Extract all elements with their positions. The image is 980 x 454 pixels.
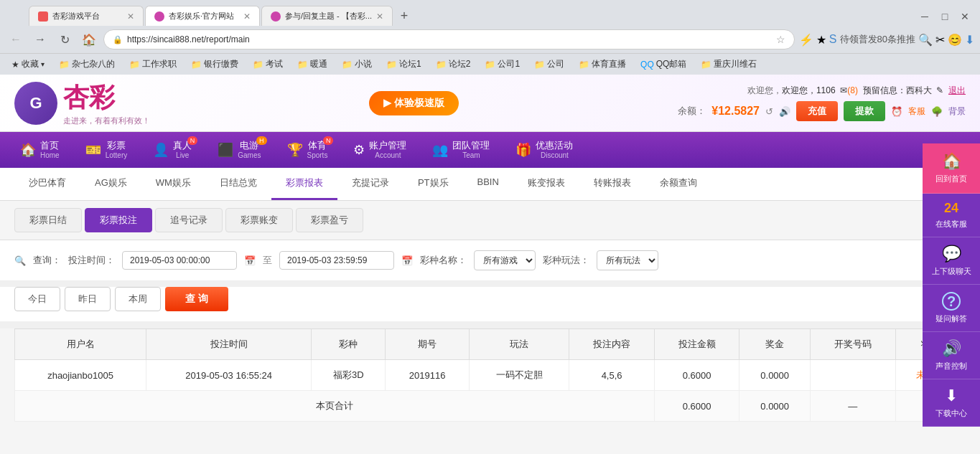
bookmark-hvac[interactable]: 📁 暖通	[291, 57, 333, 72]
sidebar-chat[interactable]: 💬 上下级聊天	[923, 237, 980, 285]
balance-row: 余额： ¥12.5827 ↺ 🔊 充值 提款 ⏰ 客服 🌳 背景	[678, 101, 966, 121]
nav-home[interactable]: 🏠 首页 Home	[7, 132, 73, 168]
subnav-transfer[interactable]: 转账报表	[579, 168, 645, 200]
end-date-input[interactable]	[279, 251, 394, 270]
tab-close-3[interactable]: ✕	[376, 11, 383, 22]
nav-discount[interactable]: 🎁 优惠活动 Discount	[503, 132, 586, 168]
nav-lottery-en: Lottery	[106, 151, 128, 160]
mail-icon[interactable]: ✉	[840, 85, 847, 95]
subnav-deposit[interactable]: 充提记录	[337, 168, 403, 200]
subnav-ag[interactable]: AG娱乐	[80, 168, 141, 200]
sound-toggle-icon[interactable]: 🔊	[779, 106, 790, 117]
browser-tab-1[interactable]: 杏彩游戏平台 ✕	[29, 6, 144, 26]
bookmark-exam[interactable]: 📁 考试	[247, 57, 289, 72]
folder-icon-9: 📁	[485, 60, 495, 70]
tab-close-2[interactable]: ✕	[243, 11, 251, 22]
cell-username: zhaojianbo1005	[15, 360, 146, 391]
nav-sports[interactable]: 🏆 体育 Sports N	[274, 132, 341, 168]
bookmark-misc[interactable]: 📁 杂七杂八的	[53, 57, 121, 72]
back-button[interactable]: ←	[6, 29, 26, 49]
search-icon[interactable]: 🔍	[918, 33, 933, 47]
tab-close-1[interactable]: ✕	[127, 11, 134, 22]
subnav-pt[interactable]: PT娱乐	[403, 168, 463, 200]
bookmark-novel[interactable]: 📁 小说	[336, 57, 378, 72]
maximize-button[interactable]: □	[935, 7, 954, 26]
bookmark-company2[interactable]: 📁 公司	[528, 57, 570, 72]
bookmark-chuanwei[interactable]: 📁 重庆川维石	[695, 57, 762, 72]
tab-bet[interactable]: 彩票投注	[85, 208, 152, 232]
tab-acct-change[interactable]: 彩票账变	[225, 208, 293, 232]
bookmark-qq[interactable]: QQ QQ邮箱	[635, 57, 692, 72]
lottery-label: 彩种名称：	[420, 254, 467, 267]
bookmark-jobs[interactable]: 📁 工作求职	[123, 57, 182, 72]
ext-icon-1[interactable]: ⚡	[799, 33, 813, 47]
nav-lottery[interactable]: 🎫 彩票 Lottery	[73, 132, 141, 168]
bookmark-sports[interactable]: 📁 体育直播	[573, 57, 632, 72]
cell-bet-time: 2019-05-03 16:55:24	[146, 360, 312, 391]
browser-tab-3[interactable]: 参与/回复主题 - 【杏彩... ✕	[261, 6, 393, 26]
refresh-balance-icon[interactable]: ↺	[765, 106, 773, 117]
tools-icon[interactable]: ✂	[935, 33, 945, 47]
bookmark-company1[interactable]: 📁 公司1	[479, 57, 526, 72]
background-button[interactable]: 背景	[948, 105, 966, 118]
ext-icon-2[interactable]: ★	[816, 33, 826, 47]
tab-label-1: 杏彩游戏平台	[52, 11, 123, 22]
subnav-balance[interactable]: 余额查询	[645, 168, 711, 200]
nav-team-cn: 团队管理	[452, 140, 490, 151]
today-button[interactable]: 今日	[14, 287, 60, 311]
charge-button[interactable]: 充值	[796, 101, 838, 121]
col-period: 期号	[386, 329, 469, 360]
close-button[interactable]: ✕	[956, 7, 974, 26]
mail-count[interactable]: (8)	[847, 85, 858, 95]
yesterday-button[interactable]: 昨日	[65, 287, 111, 311]
bookmark-bank[interactable]: 📁 银行缴费	[185, 57, 244, 72]
download-icon[interactable]: ⬇	[965, 33, 974, 47]
subnav-lottery-report[interactable]: 彩票报表	[271, 168, 337, 200]
url-input[interactable]: 🔒 https://sincai888.net/report/main ☆	[103, 29, 795, 49]
subnav-acct-change[interactable]: 账变报表	[513, 168, 579, 200]
tab-profit-loss[interactable]: 彩票盈亏	[296, 208, 363, 232]
end-calendar-icon[interactable]: 📅	[401, 255, 413, 266]
tab-daily-settlement[interactable]: 彩票日结	[14, 208, 82, 232]
subnav-daily[interactable]: 日结总览	[205, 168, 271, 200]
subnav-wm[interactable]: WM娱乐	[141, 168, 205, 200]
logout-link[interactable]: 退出	[948, 85, 966, 95]
edit-icon[interactable]: ✎	[936, 85, 943, 95]
new-tab-button[interactable]: +	[394, 6, 414, 26]
nav-account[interactable]: ⚙ 账户管理 Account	[340, 132, 419, 168]
play-select[interactable]: 所有玩法	[597, 250, 658, 270]
sidebar-service[interactable]: 24 在线客服	[923, 194, 980, 237]
nav-team[interactable]: 👥 团队管理 Team	[419, 132, 503, 168]
speed-version-button[interactable]: 体验极速版	[369, 91, 459, 115]
emoji-icon[interactable]: 😊	[948, 33, 962, 47]
refresh-button[interactable]: ↻	[55, 29, 75, 49]
ext-icon-3[interactable]: S	[829, 33, 837, 46]
sidebar-faq[interactable]: ? 疑问解答	[923, 285, 980, 332]
bookmark-forum2[interactable]: 📁 论坛2	[430, 57, 477, 72]
nav-live[interactable]: 👤 真人 Live N	[140, 132, 205, 168]
nav-games[interactable]: ⬛ 电游 Games H	[205, 132, 274, 168]
week-button[interactable]: 本周	[115, 287, 161, 311]
sidebar-home[interactable]: 🏠 回到首页	[923, 143, 980, 194]
start-date-input[interactable]	[122, 251, 237, 270]
query-button[interactable]: 查 询	[165, 287, 228, 311]
withdraw-button[interactable]: 提款	[844, 101, 885, 121]
browser-tab-2[interactable]: 杏彩娱乐·官方网站 ✕	[145, 6, 260, 26]
games-badge: H	[256, 136, 267, 145]
forward-button[interactable]: →	[30, 29, 50, 49]
minimize-button[interactable]: ─	[915, 7, 934, 26]
home-nav-button[interactable]: 🏠	[79, 29, 99, 49]
bookmark-favorites[interactable]: ★ 收藏 ▾	[6, 57, 50, 72]
discount-icon: 🎁	[515, 142, 531, 158]
lottery-select[interactable]: 所有游戏	[474, 250, 536, 270]
sidebar-download[interactable]: ⬇ 下载中心	[923, 379, 980, 427]
subnav-shaba[interactable]: 沙巴体育	[14, 168, 80, 200]
bookmark-forum1[interactable]: 📁 论坛1	[381, 57, 427, 72]
start-calendar-icon[interactable]: 📅	[244, 255, 256, 266]
customer-service-button[interactable]: 客服	[908, 105, 925, 118]
ext-icon-4[interactable]: 待领普发80条推推	[840, 33, 915, 46]
sidebar-sound[interactable]: 🔊 声音控制	[923, 332, 980, 379]
tab-chase[interactable]: 追号记录	[155, 208, 223, 232]
bookmark-star-icon[interactable]: ☆	[776, 34, 785, 45]
subnav-bbin[interactable]: BBIN	[463, 168, 513, 200]
